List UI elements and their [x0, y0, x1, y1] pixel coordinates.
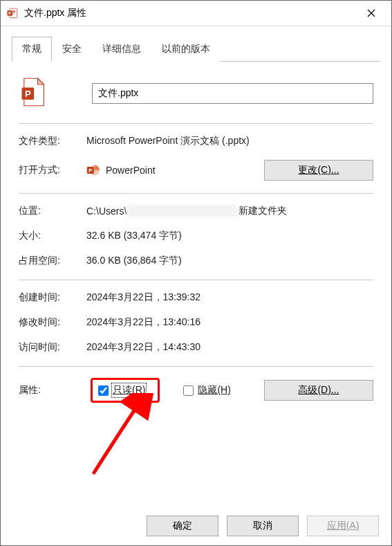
svg-line-5 [368, 10, 375, 17]
divider [19, 280, 373, 280]
powerpoint-app-icon: P [86, 163, 100, 177]
modified-value: 2024年3月22日，13:40:16 [86, 316, 373, 329]
svg-text:P: P [25, 89, 31, 99]
svg-text:P: P [88, 167, 92, 174]
annotation-arrow-icon [84, 393, 167, 476]
created-value: 2024年3月22日，13:39:32 [86, 291, 373, 304]
attributes-label: 属性: [19, 384, 86, 397]
annotation-readonly-highlight: 只读(R) [91, 378, 160, 403]
svg-line-4 [368, 10, 375, 17]
ok-button[interactable]: 确定 [147, 516, 218, 536]
readonly-checkbox-label: 只读(R) [113, 384, 145, 397]
sizeondisk-value: 36.0 KB (36,864 字节) [86, 255, 373, 267]
tab-general[interactable]: 常规 [12, 37, 52, 62]
readonly-checkbox-wrap[interactable]: 只读(R) [98, 384, 145, 397]
size-label: 大小: [19, 230, 86, 242]
location-value: C:\Users\ 新建文件夹 [86, 205, 373, 217]
tab-previous-versions[interactable]: 以前的版本 [151, 37, 221, 62]
apply-button[interactable]: 应用(A) [307, 516, 379, 536]
openswith-label: 打开方式: [19, 164, 86, 176]
filetype-value: Microsoft PowerPoint 演示文稿 (.pptx) [86, 135, 373, 147]
change-openswith-button[interactable]: 更改(C)... [264, 160, 373, 181]
readonly-checkbox[interactable] [98, 385, 109, 396]
hidden-checkbox-wrap[interactable]: 隐藏(H) [183, 384, 230, 397]
divider [19, 366, 373, 367]
accessed-value: 2024年3月22日，14:43:30 [86, 341, 373, 354]
properties-dialog: P 文件.pptx 属性 常规 安全 详细信息 以前的版本 [0, 0, 392, 546]
cancel-button[interactable]: 取消 [227, 516, 299, 536]
filename-input[interactable] [92, 83, 373, 104]
titlebar: P 文件.pptx 属性 [1, 1, 391, 26]
redacted-path [127, 205, 238, 217]
tab-security[interactable]: 安全 [52, 37, 92, 62]
modified-label: 修改时间: [19, 316, 86, 329]
close-button[interactable] [355, 3, 387, 24]
sizeondisk-label: 占用空间: [19, 255, 86, 267]
location-label: 位置: [19, 205, 86, 217]
divider [19, 193, 373, 194]
dialog-button-bar: 确定 取消 应用(A) [1, 507, 391, 545]
created-label: 创建时间: [19, 291, 86, 304]
window-title: 文件.pptx 属性 [24, 7, 355, 19]
divider [19, 123, 373, 124]
accessed-label: 访问时间: [19, 341, 86, 354]
advanced-attributes-button[interactable]: 高级(D)... [264, 380, 373, 401]
powerpoint-file-icon: P [20, 77, 46, 109]
openswith-app-name: PowerPoint [106, 165, 264, 176]
tab-details[interactable]: 详细信息 [92, 37, 151, 62]
powerpoint-file-icon: P [6, 7, 19, 19]
tabs: 常规 安全 详细信息 以前的版本 [12, 36, 380, 62]
tab-content-general: P 文件类型: Microsoft PowerPoint 演示文稿 (.pptx… [12, 62, 380, 403]
hidden-checkbox-label: 隐藏(H) [198, 384, 230, 397]
filetype-label: 文件类型: [19, 135, 86, 147]
size-value: 32.6 KB (33,474 字节) [86, 230, 373, 242]
svg-text:P: P [8, 11, 11, 15]
close-icon [367, 9, 375, 17]
hidden-checkbox[interactable] [183, 385, 194, 396]
